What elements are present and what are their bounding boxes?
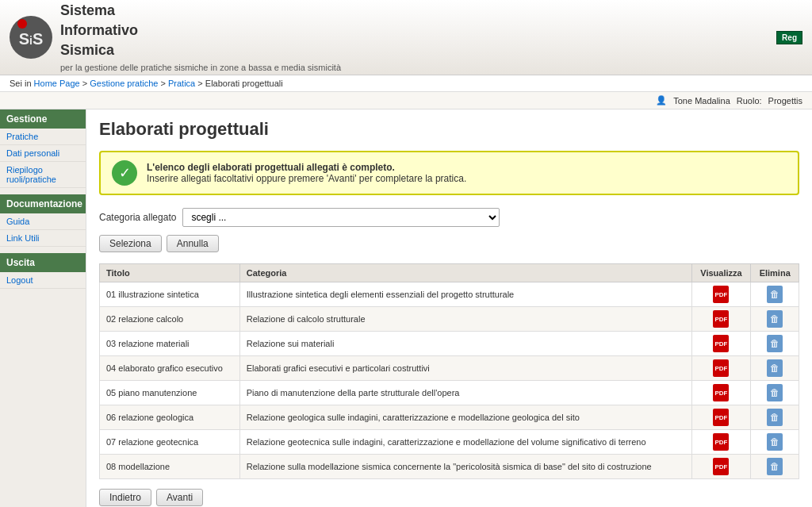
sidebar-item-logout[interactable]: Logout xyxy=(0,272,86,289)
logo-text: Sistema Informativo Sismica per la gesti… xyxy=(60,1,341,75)
cell-titolo: 05 piano manutenzione xyxy=(100,381,240,405)
cell-titolo: 02 relazione calcolo xyxy=(100,307,240,332)
cell-elimina: 🗑 xyxy=(751,356,799,381)
col-categoria: Categoria xyxy=(239,264,691,282)
cell-categoria: Relazione sulla modellazione sismica con… xyxy=(239,455,691,479)
cell-titolo: 08 modellazione xyxy=(100,455,240,479)
cell-categoria: Relazione di calcolo strutturale xyxy=(239,307,691,332)
col-elimina: Elimina xyxy=(751,264,799,282)
cell-elimina: 🗑 xyxy=(751,282,799,307)
sidebar-item-guida[interactable]: Guida xyxy=(0,213,86,230)
avanti-button[interactable]: Avanti xyxy=(156,489,203,506)
cell-titolo: 07 relazione geotecnica xyxy=(100,430,240,455)
role-value: Progettis xyxy=(768,96,802,106)
cell-visualizza: PDF xyxy=(691,381,751,405)
trash-icon[interactable]: 🗑 xyxy=(767,335,783,352)
breadcrumb-pratica[interactable]: Pratica xyxy=(168,79,195,88)
trash-icon[interactable]: 🗑 xyxy=(767,286,783,303)
logo-icon: S i S xyxy=(10,16,52,59)
trash-icon[interactable]: 🗑 xyxy=(767,409,783,426)
header-left: S i S Sistema Informativo Sismica per la… xyxy=(10,1,341,75)
table-row: 01 illustrazione sintetica Illustrazione… xyxy=(100,282,799,307)
trash-icon[interactable]: 🗑 xyxy=(767,310,783,328)
trash-icon[interactable]: 🗑 xyxy=(767,433,783,451)
success-message-text: L'elenco degli elaborati progettuali all… xyxy=(147,162,466,184)
trash-icon[interactable]: 🗑 xyxy=(767,458,783,475)
cell-visualizza: PDF xyxy=(691,455,751,479)
sidebar-section-gestione: Gestione xyxy=(0,109,86,129)
cell-elimina: 🗑 xyxy=(751,405,799,430)
category-dropdown[interactable]: scegli ... xyxy=(182,208,500,227)
content-area: Elaborati progettuali ✓ L'elenco degli e… xyxy=(86,109,812,507)
cell-titolo: 06 relazione geologica xyxy=(100,405,240,430)
success-message-box: ✓ L'elenco degli elaborati progettuali a… xyxy=(99,151,799,195)
breadcrumb-sei-in: Sei in xyxy=(10,79,32,88)
cell-visualizza: PDF xyxy=(691,356,751,381)
table-row: 05 piano manutenzione Piano di manutenzi… xyxy=(100,381,799,405)
table-body: 01 illustrazione sintetica Illustrazione… xyxy=(100,282,799,479)
cell-elimina: 🗑 xyxy=(751,430,799,455)
trash-icon[interactable]: 🗑 xyxy=(767,384,783,401)
reg-badge: Reg xyxy=(776,31,802,44)
cell-categoria: Piano di manutenzione della parte strutt… xyxy=(239,381,691,405)
category-selector: Categoria allegato scegli ... xyxy=(99,208,799,227)
breadcrumb-gestione[interactable]: Gestione pratiche xyxy=(90,79,158,88)
bottom-buttons: Indietro Avanti xyxy=(99,489,799,506)
breadcrumb-current: Elaborati progettuali xyxy=(205,79,283,88)
logo-red-dot xyxy=(17,19,27,29)
breadcrumb: Sei in Home Page > Gestione pratiche > P… xyxy=(0,75,812,92)
pdf-icon[interactable]: PDF xyxy=(713,409,729,426)
cell-elimina: 🗑 xyxy=(751,332,799,356)
sidebar-item-link-utili[interactable]: Link Utili xyxy=(0,230,86,247)
cell-visualizza: PDF xyxy=(691,405,751,430)
pdf-icon[interactable]: PDF xyxy=(713,286,729,303)
sidebar-item-dati-personali[interactable]: Dati personali xyxy=(0,145,86,162)
cell-titolo: 04 elaborato grafico esecutivo xyxy=(100,356,240,381)
role-label: Ruolo: xyxy=(737,96,762,106)
logo-title-line2: Informativo xyxy=(60,21,341,40)
cell-categoria: Illustrazione sintetica degli elementi e… xyxy=(239,282,691,307)
success-line2: Inserire allegati facoltativi oppure pre… xyxy=(147,173,466,184)
breadcrumb-home[interactable]: Home Page xyxy=(34,79,80,88)
logo-title-line1: Sistema xyxy=(60,1,341,21)
cell-visualizza: PDF xyxy=(691,282,751,307)
cell-elimina: 🗑 xyxy=(751,307,799,332)
trash-icon[interactable]: 🗑 xyxy=(767,359,783,377)
cell-categoria: Relazione geotecnica sulle indagini, car… xyxy=(239,430,691,455)
col-titolo: Titolo xyxy=(100,264,240,282)
main-layout: Gestione Pratiche Dati personali Riepilo… xyxy=(0,109,812,507)
indietro-button[interactable]: Indietro xyxy=(99,489,151,506)
table-row: 02 relazione calcolo Relazione di calcol… xyxy=(100,307,799,332)
cell-titolo: 01 illustrazione sintetica xyxy=(100,282,240,307)
cell-categoria: Relazione geologica sulle indagini, cara… xyxy=(239,405,691,430)
cell-visualizza: PDF xyxy=(691,307,751,332)
pdf-icon[interactable]: PDF xyxy=(713,359,729,377)
user-bar: 👤 Tone Madalina Ruolo: Progettis xyxy=(0,92,812,109)
pdf-icon[interactable]: PDF xyxy=(713,384,729,401)
table-row: 03 relazione materiali Relazione sui mat… xyxy=(100,332,799,356)
sidebar: Gestione Pratiche Dati personali Riepilo… xyxy=(0,109,86,507)
pdf-icon[interactable]: PDF xyxy=(713,433,729,451)
cell-elimina: 🗑 xyxy=(751,455,799,479)
sidebar-item-pratiche[interactable]: Pratiche xyxy=(0,129,86,145)
user-icon: 👤 xyxy=(656,95,667,106)
success-check-icon: ✓ xyxy=(112,160,137,186)
selector-buttons: Seleziona Annulla xyxy=(99,235,799,252)
seleziona-button[interactable]: Seleziona xyxy=(99,235,162,252)
logo-title-line3: Sismica xyxy=(60,40,341,60)
annulla-button[interactable]: Annulla xyxy=(167,235,219,252)
pdf-icon[interactable]: PDF xyxy=(713,335,729,352)
pdf-icon[interactable]: PDF xyxy=(713,458,729,475)
page-title: Elaborati progettuali xyxy=(99,119,799,140)
pdf-icon[interactable]: PDF xyxy=(713,310,729,328)
sidebar-section-uscita: Uscita xyxy=(0,253,86,272)
table-row: 08 modellazione Relazione sulla modellaz… xyxy=(100,455,799,479)
logo-subtitle: per la gestione delle pratiche sismiche … xyxy=(60,62,341,74)
user-name: Tone Madalina xyxy=(673,96,730,106)
elaborati-table: Titolo Categoria Visualizza Elimina 01 i… xyxy=(99,263,799,479)
header-right: Reg xyxy=(776,31,802,44)
table-row: 04 elaborato grafico esecutivo Elaborati… xyxy=(100,356,799,381)
sidebar-item-riepilogo[interactable]: Riepilogoruoli/pratiche xyxy=(0,162,86,188)
header: S i S Sistema Informativo Sismica per la… xyxy=(0,0,812,75)
table-row: 06 relazione geologica Relazione geologi… xyxy=(100,405,799,430)
